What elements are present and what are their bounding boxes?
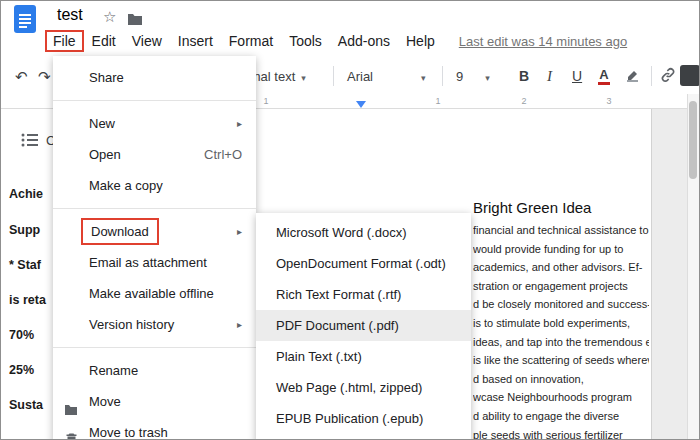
star-icon[interactable]: ☆	[103, 8, 116, 26]
ruler-number: 1	[263, 96, 268, 106]
submenu-arrow-icon: ▸	[237, 216, 242, 247]
menu-addons[interactable]: Add-ons	[330, 30, 398, 52]
document-text-block[interactable]: financial and technical assistance to bu…	[473, 221, 649, 440]
toolbar-divider	[333, 66, 334, 86]
document-text-line[interactable]: is like the scattering of seeds wherever…	[473, 351, 649, 370]
menu-item-new[interactable]: New ▸	[53, 108, 256, 139]
italic-button[interactable]: I	[547, 68, 552, 83]
document-text-line[interactable]: wcase Neighbourhoods program	[473, 388, 649, 407]
menu-item-open[interactable]: Open Ctrl+O	[53, 139, 256, 170]
submenu-arrow-icon: ▸	[237, 108, 242, 139]
menu-help[interactable]: Help	[398, 30, 443, 52]
menu-divider	[53, 347, 256, 348]
chevron-down-icon: ▾	[421, 72, 426, 82]
outline-item[interactable]: 70%	[9, 328, 34, 342]
menu-item-label: Version history	[89, 309, 174, 340]
submenu-item-rtf[interactable]: Rich Text Format (.rtf)	[256, 279, 471, 310]
font-dropdown[interactable]: Arial▾	[347, 69, 426, 82]
outline-item[interactable]: is reta	[9, 293, 46, 307]
menu-item-label: Download	[81, 218, 159, 245]
menu-tools[interactable]: Tools	[281, 30, 330, 52]
menu-insert[interactable]: Insert	[170, 30, 221, 52]
submenu-item-epub[interactable]: EPUB Publication (.epub)	[256, 403, 471, 434]
menu-item-share[interactable]: Share	[53, 62, 256, 93]
font-size-dropdown[interactable]: 9▾	[456, 69, 490, 82]
indent-marker[interactable]	[356, 101, 366, 108]
document-text-line[interactable]: d based on innovation,	[473, 370, 649, 389]
menu-item-label: Rename	[89, 355, 138, 386]
outline-item[interactable]: 25%	[9, 363, 34, 377]
document-text-line[interactable]: d ability to engage the diverse	[473, 407, 649, 426]
google-docs-window: test ☆ File Edit View Insert Format Tool…	[0, 0, 700, 440]
document-text-line[interactable]: stration or engagement projects	[473, 277, 649, 296]
document-outline-icon[interactable]	[21, 132, 39, 152]
font-size-value: 9	[456, 68, 463, 83]
menu-item-move-to-trash[interactable]: Move to trash	[53, 417, 256, 440]
menu-item-version-history[interactable]: Version history ▸	[53, 309, 256, 340]
move-folder-icon[interactable]	[127, 11, 143, 29]
text-color-button[interactable]: A	[598, 67, 610, 85]
menu-bar: File Edit View Insert Format Tools Add-o…	[45, 30, 627, 52]
menu-item-make-available-offline[interactable]: Make available offline	[53, 278, 256, 309]
outline-item[interactable]: Achie	[9, 187, 43, 201]
document-text-line[interactable]: d be closely monitored and success-	[473, 295, 649, 314]
undo-icon[interactable]: ↶	[15, 68, 28, 83]
editing-mode-icon[interactable]	[680, 65, 700, 86]
file-menu-dropdown: Share New ▸ Open Ctrl+O Make a copy Down…	[53, 56, 256, 440]
submenu-item-docx[interactable]: Microsoft Word (.docx)	[256, 217, 471, 248]
bold-button[interactable]: B	[519, 69, 529, 83]
ruler-number: 1	[435, 96, 440, 106]
document-text-line[interactable]: ple seeds with serious fertilizer	[473, 426, 649, 440]
outline-item[interactable]: Supp	[9, 223, 40, 237]
document-text-line[interactable]: ideas, and tap into the tremendous energ…	[473, 333, 649, 352]
menu-item-label: Email as attachment	[89, 247, 207, 278]
outline-item[interactable]: Susta	[9, 398, 43, 412]
insert-link-icon[interactable]	[660, 67, 676, 85]
highlight-color-icon[interactable]	[625, 67, 641, 85]
document-heading[interactable]: Bright Green Idea	[473, 199, 591, 216]
download-submenu: Microsoft Word (.docx) OpenDocument Form…	[256, 213, 471, 440]
ruler-number: 3	[606, 96, 611, 106]
last-edit-link[interactable]: Last edit was 14 minutes ago	[459, 34, 627, 49]
google-docs-logo-icon	[14, 5, 36, 37]
menu-item-label: Move	[89, 386, 121, 417]
menu-view[interactable]: View	[124, 30, 170, 52]
menu-item-label: Open	[89, 139, 121, 170]
scrollbar-thumb[interactable]	[689, 101, 697, 179]
submenu-item-txt[interactable]: Plain Text (.txt)	[256, 341, 471, 372]
submenu-item-html-zipped[interactable]: Web Page (.html, zipped)	[256, 372, 471, 403]
outline-item[interactable]: * Staf	[9, 258, 41, 272]
text-color-letter: A	[599, 67, 608, 82]
menu-file[interactable]: File	[45, 30, 84, 52]
chevron-down-icon: ▾	[485, 72, 490, 82]
document-text-line[interactable]: academics, and other advisors. Ef-	[473, 258, 649, 277]
menu-item-make-a-copy[interactable]: Make a copy	[53, 170, 256, 201]
menu-item-label: Move to trash	[89, 417, 168, 440]
menu-item-label: New	[89, 108, 115, 139]
redo-icon[interactable]: ↷	[38, 68, 51, 83]
page-margin-gap	[651, 109, 688, 439]
submenu-item-odt[interactable]: OpenDocument Format (.odt)	[256, 248, 471, 279]
submenu-item-pdf[interactable]: PDF Document (.pdf)	[256, 310, 471, 341]
underline-button[interactable]: U	[572, 69, 582, 83]
trash-icon	[66, 426, 77, 440]
document-text-line[interactable]: is to stimulate bold experiments,	[473, 314, 649, 333]
menu-item-label: Make a copy	[89, 170, 163, 201]
menu-divider	[53, 208, 256, 209]
font-value: Arial	[347, 68, 373, 83]
menu-item-label: Make available offline	[89, 278, 214, 309]
menu-edit[interactable]: Edit	[84, 30, 124, 52]
menu-item-label: Share	[89, 62, 124, 93]
menu-item-move[interactable]: Move	[53, 386, 256, 417]
document-text-line[interactable]: would provide funding for up to	[473, 240, 649, 259]
toolbar-divider	[651, 66, 652, 86]
chevron-down-icon: ▾	[301, 72, 306, 82]
ruler-number: 2	[521, 96, 526, 106]
menu-divider	[53, 100, 256, 101]
menu-item-email-as-attachment[interactable]: Email as attachment	[53, 247, 256, 278]
menu-format[interactable]: Format	[221, 30, 281, 52]
menu-item-download[interactable]: Download ▸	[53, 216, 256, 247]
menu-item-rename[interactable]: Rename	[53, 355, 256, 386]
document-text-line[interactable]: financial and technical assistance to bu…	[473, 221, 649, 240]
document-title-input[interactable]: test	[57, 6, 83, 24]
